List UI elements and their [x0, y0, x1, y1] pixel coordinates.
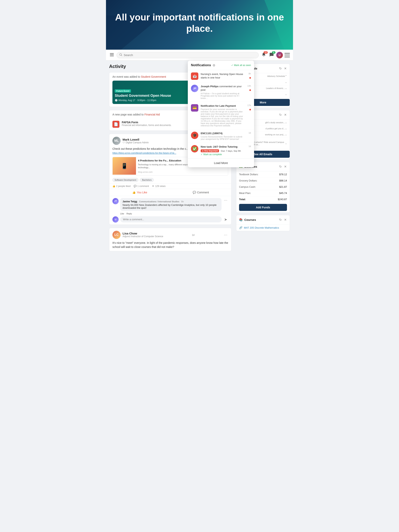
post1-actions: 👍 You Like 💬 Comment	[109, 189, 231, 196]
comment1-meta: Like Reply	[112, 212, 228, 215]
post1-likes: 👍 2 people liked	[112, 185, 130, 188]
messages-button[interactable]: 5	[269, 52, 275, 58]
comment-send-button[interactable]: ➤	[223, 216, 228, 222]
notif-dot-2	[249, 89, 251, 91]
post1-preview-img: 📱	[113, 157, 136, 175]
post2-time: 1d	[192, 234, 194, 236]
notif-content-2: Joseph Philips commented on your post Hi…	[201, 85, 245, 99]
notif-item-1[interactable]: 📅 Nursing's event, Nursing Open House st…	[188, 70, 254, 82]
comment-input[interactable]	[120, 216, 222, 222]
balance-row-total: Total: $243.87	[236, 196, 290, 202]
svg-rect-2	[110, 56, 114, 56]
post1-tag-software[interactable]: Software Development	[112, 178, 138, 182]
comment-item-1: JT Janine Twigg Communications / Interna…	[112, 198, 228, 211]
notif-item-5[interactable]: ✅ New task: 24/7 Online Tutoring ⚠ Very …	[188, 143, 254, 158]
comment1-menu-button[interactable]: ⋯	[223, 198, 228, 202]
fafsa-title: FAFSA Form	[122, 121, 171, 124]
search-box	[116, 52, 259, 58]
mark-all-seen-button[interactable]: ✓ Mark all as seen	[231, 64, 251, 67]
files-close-button[interactable]: ✕	[284, 113, 287, 117]
balance-row-grocery: Grocery Dollars: $98.14	[236, 177, 290, 184]
schedule-refresh-button[interactable]: ↻	[279, 66, 282, 71]
notif-time-2: 14h	[247, 85, 251, 87]
event-org-link[interactable]: Student Government	[141, 75, 166, 78]
comment1-text: Nearly 64,000 New Zealanders affected by…	[122, 203, 219, 209]
notif-text-1: Nursing's event, Nursing Open House star…	[201, 72, 246, 79]
hero-title: All your important notifications in one …	[114, 12, 285, 34]
post1-role: 🛡 Digital Campus Admin	[122, 141, 149, 144]
notif-text-5: New task: 24/7 Online Tutoring	[201, 145, 246, 149]
comment1-time: 5h	[181, 200, 184, 203]
load-more-button[interactable]: Load More	[188, 158, 254, 167]
post2-body: It's nice to "meet" everyone. In light o…	[109, 239, 231, 251]
balances-close-button[interactable]: ✕	[284, 164, 287, 169]
svg-rect-0	[110, 53, 114, 54]
post1-views: 👁 129 views	[152, 185, 165, 188]
comment1-avatar: JT	[112, 198, 119, 204]
current-user-avatar-comment: U	[112, 216, 119, 222]
schedule-actions: ↻ ✕	[279, 66, 287, 71]
notif-content-5: New task: 24/7 Online Tutoring ⚠ Very Im…	[201, 145, 246, 156]
notif-settings-button[interactable]: ⚙	[212, 63, 215, 67]
notif-header: Notifications ⚙ ✓ Mark all as seen	[188, 61, 254, 70]
search-icon	[119, 53, 122, 57]
task-due: Due: 7 days, Sep 9th	[221, 150, 241, 152]
post2-menu-button[interactable]: ⋯	[223, 233, 228, 237]
hero-section: All your important notifications in one …	[106, 0, 293, 50]
balances-refresh-button[interactable]: ↻	[279, 164, 282, 169]
post1-comments: 💬 1 comment	[134, 185, 149, 188]
notif-content-1: Nursing's event, Nursing Open House star…	[201, 72, 246, 79]
notif-text-2: Joseph Philips commented on your post	[201, 85, 245, 92]
post2-header: LC Lisa Chow Adjunct Instructor of Compu…	[109, 228, 231, 239]
courses-title: 📚 Courses	[239, 218, 256, 222]
main-layout: Activity An event was added to Student G…	[106, 61, 293, 257]
courses-actions: ↻ ✕	[279, 217, 287, 222]
courses-refresh-button[interactable]: ↻	[279, 217, 282, 222]
post1-like-button[interactable]: 👍 You Like	[109, 189, 170, 196]
notif-time-1: 8h	[249, 72, 251, 75]
post2-avatar: LC	[112, 231, 121, 239]
mark-complete-button[interactable]: ✓ Mark as complete	[201, 153, 246, 156]
notif-item-3[interactable]: 💳 Notification for Late Payment Payment …	[188, 102, 254, 129]
comment-section-1: JT Janine Twigg Communications / Interna…	[109, 196, 231, 225]
hamburger-menu-button[interactable]	[109, 52, 115, 58]
financial-org-link[interactable]: Financial Aid	[144, 113, 160, 116]
course-name-1: MAT 205 Discrete Mathematics	[244, 226, 279, 229]
notif-item-4[interactable]: 🎓 ENC1101 (189074) Course Announcement: …	[188, 129, 254, 143]
post-card-2: LC Lisa Chow Adjunct Instructor of Compu…	[109, 228, 232, 251]
courses-icon: 📚	[239, 218, 243, 222]
comment1-reply-action[interactable]: Reply	[126, 212, 132, 215]
topbar: 12 5 U	[106, 50, 293, 61]
post1-stats: 👍 2 people liked 💬 1 comment 👁 129 views	[109, 184, 231, 189]
post1-link[interactable]: https://blog.ucroo.com/blog/4-prediction…	[112, 152, 176, 154]
add-funds-button[interactable]: Add Funds	[239, 204, 287, 211]
comment1-role: Communications / International Studies	[139, 200, 179, 203]
notif-dot-3	[249, 109, 251, 110]
post1-tags: Software Development Bachelors	[109, 178, 231, 184]
post2-author: Lisa Chow	[122, 232, 163, 235]
post1-author: Mark Lowell	[122, 138, 149, 141]
post1-tag-bachelors[interactable]: Bachelors	[140, 178, 154, 182]
notifications-dropdown: Notifications ⚙ ✓ Mark all as seen 📅 Nur…	[188, 61, 254, 167]
post2-role: Adjunct Instructor of Computer Science	[122, 235, 163, 238]
user-avatar[interactable]: U	[276, 52, 283, 58]
notification-badge: 12	[264, 51, 268, 54]
search-input[interactable]	[124, 53, 256, 57]
notif-item-2[interactable]: JP Joseph Philips commented on your post…	[188, 82, 254, 102]
comment1-like-action[interactable]: Like	[120, 212, 124, 215]
notif-dot-1	[249, 77, 251, 79]
post2-meta: Lisa Chow Adjunct Instructor of Computer…	[122, 232, 163, 238]
notifications-button[interactable]: 12	[261, 52, 267, 58]
notif-title: Notifications ⚙	[191, 63, 215, 67]
files-actions: ↻ ✕	[279, 113, 287, 117]
comment1-author: Janine Twigg Communications / Internatio…	[122, 200, 184, 203]
course-item-1[interactable]: 🔗 MAT 205 Discrete Mathematics	[236, 225, 290, 231]
notif-text-4: ENC1101 (189074)	[201, 132, 246, 135]
post1-comment-button[interactable]: 💬 Comment	[170, 189, 231, 196]
courses-close-button[interactable]: ✕	[284, 217, 287, 222]
notif-icon-event: 📅	[191, 72, 198, 80]
files-refresh-button[interactable]: ↻	[279, 113, 282, 117]
balance-row-campus: Campus Cash: $21.87	[236, 184, 290, 190]
sidebar-toggle-button[interactable]	[284, 53, 290, 57]
schedule-close-button[interactable]: ✕	[284, 66, 287, 71]
